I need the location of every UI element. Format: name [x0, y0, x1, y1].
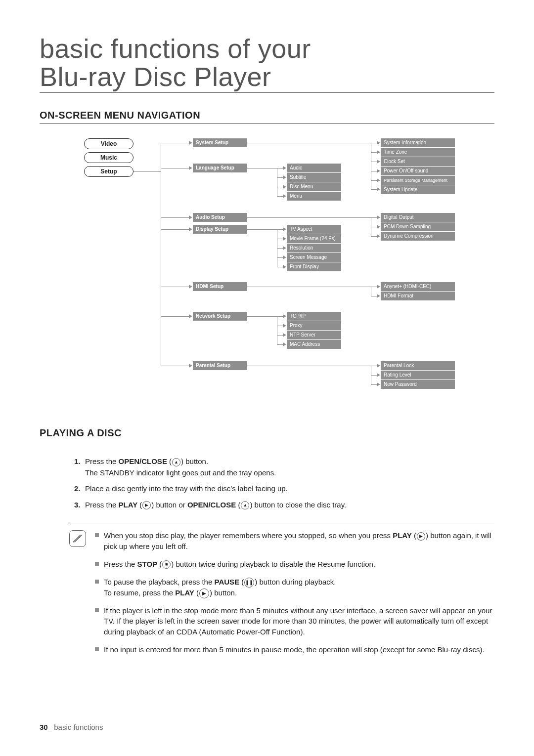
note-2: Press the STOP (■) button twice during p… — [95, 559, 494, 570]
node-mac: MAC Address — [287, 340, 341, 349]
node-anynet: Anynet+ (HDMI-CEC) — [381, 282, 455, 291]
node-movie-frame: Movie Frame (24 Fs) — [287, 234, 341, 243]
step-num-2: 2. — [74, 483, 85, 495]
step-3: Press the PLAY (▶) button or OPEN/CLOSE … — [85, 500, 346, 511]
node-pcm: PCM Down Sampling — [381, 222, 455, 231]
node-hdmi-setup: HDMI Setup — [193, 282, 247, 291]
node-resolution: Resolution — [287, 244, 341, 252]
note-box: When you stop disc play, the player reme… — [69, 523, 494, 662]
node-sys-update: System Update — [381, 185, 455, 194]
node-clock-set: Clock Set — [381, 157, 455, 166]
node-parental-setup: Parental Setup — [193, 361, 247, 370]
step-num-1: 1. — [74, 456, 85, 478]
node-system-setup: System Setup — [193, 138, 247, 147]
note-5: If no input is entered for more than 5 m… — [95, 644, 494, 655]
node-psm: Persistent Storage Management — [381, 176, 455, 185]
node-new-pwd: New Password — [381, 380, 455, 389]
note-1: When you stop disc play, the player reme… — [95, 530, 494, 552]
node-sys-info: System Information — [381, 138, 455, 147]
node-tv-aspect: TV Aspect — [287, 225, 341, 234]
play-icon: ▶ — [199, 588, 209, 598]
node-lang-subtitle: Subtitle — [287, 173, 341, 182]
stop-icon: ■ — [162, 560, 171, 569]
node-ntp: NTP Server — [287, 331, 341, 339]
node-time-zone: Time Zone — [381, 148, 455, 157]
play-icon: ▶ — [417, 532, 425, 541]
step-2: Place a disc gently into the tray with t… — [85, 483, 288, 495]
page-title: basic functions of your Blu-ray Disc Pla… — [40, 35, 494, 93]
node-power-sound: Power On/Off sound — [381, 167, 455, 175]
step-num-3: 3. — [74, 500, 85, 511]
node-dyn-comp: Dynamic Compression — [381, 232, 455, 241]
section-playing-disc: PLAYING A DISC — [40, 427, 494, 441]
eject-icon: ▲ — [172, 458, 180, 466]
page-footer: 30_ basic functions — [40, 723, 103, 731]
play-icon: ▶ — [142, 501, 151, 509]
note-icon — [69, 530, 86, 547]
tab-video: Video — [84, 138, 134, 149]
node-front-display: Front Display — [287, 262, 341, 271]
pause-icon: ❚❚ — [244, 578, 254, 588]
eject-icon: ▲ — [241, 501, 249, 509]
node-lang-menu: Menu — [287, 192, 341, 201]
note-4: If the player is left in the stop mode m… — [95, 605, 494, 637]
node-screen-msg: Screen Message — [287, 253, 341, 262]
tab-setup: Setup — [84, 166, 134, 177]
step-1: Press the OPEN/CLOSE (▲) button. The STA… — [85, 456, 276, 478]
node-proxy: Proxy — [287, 321, 341, 330]
node-lang-discmenu: Disc Menu — [287, 182, 341, 191]
section-menu-nav: ON-SCREEN MENU NAVIGATION — [40, 110, 494, 124]
node-parental-lock: Parental Lock — [381, 361, 455, 370]
menu-navigation-diagram: Video Music Setup System Setup Language … — [84, 138, 494, 413]
node-language-setup: Language Setup — [193, 164, 247, 172]
tab-music: Music — [84, 152, 134, 163]
playing-steps: 1. Press the OPEN/CLOSE (▲) button. The … — [74, 456, 494, 510]
node-lang-audio: Audio — [287, 164, 341, 172]
node-display-setup: Display Setup — [193, 225, 247, 234]
node-digital-output: Digital Output — [381, 213, 455, 222]
node-hdmi-format: HDMI Format — [381, 292, 455, 300]
node-rating: Rating Level — [381, 371, 455, 379]
note-3: To pause the playback, press the PAUSE (… — [95, 577, 494, 598]
node-tcpip: TCP/IP — [287, 312, 341, 321]
node-audio-setup: Audio Setup — [193, 213, 247, 222]
node-network-setup: Network Setup — [193, 312, 247, 321]
